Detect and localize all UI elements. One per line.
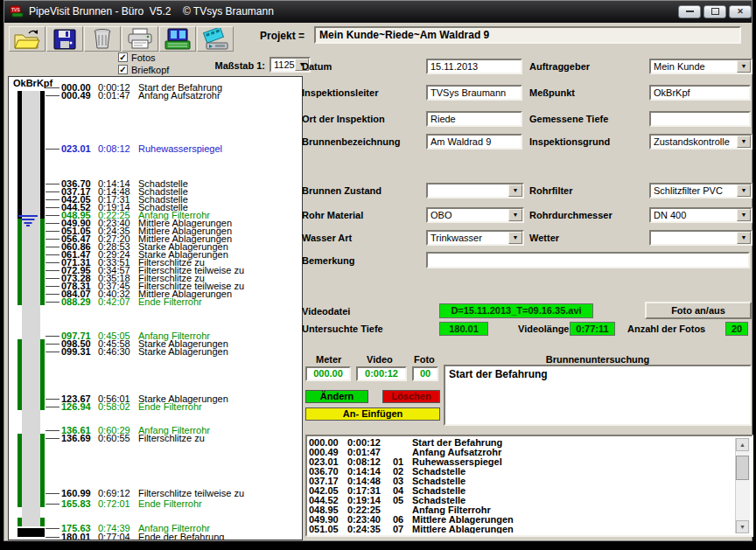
brunnenbezeichnung-input[interactable] (426, 134, 522, 150)
profile-event-row[interactable]: 160.990:69:12Filterschlitze teilweise zu (9, 490, 301, 498)
brunnenuntersuchung-textarea[interactable]: Start der Befahrung (444, 365, 752, 426)
event-depth: 136.69 (61, 435, 91, 442)
bore-wall-right (40, 91, 45, 526)
event-list-rows: 000.000:00:12Start der Befahrung000.490:… (309, 438, 736, 533)
leader-line (46, 399, 60, 400)
meter-label: Meter (316, 354, 341, 365)
minimize-button[interactable] (678, 5, 701, 18)
profile-event-row[interactable]: 165.830:72:01Ende Filterrohr (9, 500, 301, 508)
profile-event-row[interactable]: 088.290:42:07Ende Filterrohr (9, 298, 301, 306)
list-meter: 051.05 (309, 525, 347, 533)
profile-event-row[interactable]: 180.010:77:04Ende der Befahrung (9, 533, 301, 540)
scale-label: Maßstab 1: (176, 60, 265, 71)
leader-line (46, 231, 60, 232)
gemessene-tiefe-label: Gemessene Tiefe (529, 114, 608, 124)
list-foto-number (393, 438, 412, 448)
leader-line (46, 149, 60, 150)
event-time: 0:77:04 (98, 533, 130, 540)
project-field[interactable]: Mein Kunde~Riede~Am Waldrad 9 (314, 26, 741, 44)
inspektionsleiter-input[interactable] (426, 85, 522, 101)
wetter-select[interactable]: ▼ (649, 230, 752, 246)
delete-entry-button[interactable]: Löschen (382, 390, 440, 403)
profile-event-row[interactable]: 099.310:46:30Starke Ablagerungen (9, 348, 301, 356)
chevron-down-icon[interactable]: ▼ (737, 184, 751, 197)
app-icon: TVS (10, 4, 24, 18)
maximize-icon (711, 8, 719, 15)
wasser-art-select[interactable]: Trinkwasser▼ (426, 230, 524, 246)
scrollbar[interactable]: ▲ ▼ (735, 438, 750, 533)
profile-event-row[interactable]: 000.490:01:47Anfang Aufsatzrohr (9, 92, 301, 100)
leader-line (46, 493, 60, 494)
leader-line (46, 352, 60, 352)
list-item[interactable]: 051.050:24:3507Mittlere Ablagerungen (309, 525, 736, 533)
fotos-checkbox[interactable]: ✓ (118, 52, 128, 62)
scroll-down-icon[interactable]: ▼ (736, 520, 749, 533)
scroll-up-icon[interactable]: ▲ (736, 438, 749, 451)
leader-line (46, 278, 60, 279)
profile-event-row[interactable]: 023.010:08:12Ruhewasserspiegel (9, 145, 301, 153)
leader-line (46, 294, 60, 295)
videolaenge-label: Videolänge (518, 324, 569, 334)
chevron-down-icon[interactable]: ▼ (737, 209, 751, 221)
leader-line (46, 336, 60, 337)
close-button[interactable]: ✕ (729, 5, 752, 18)
selected-value: Zustandskontrolle (654, 136, 738, 147)
me-punkt-input[interactable] (649, 85, 751, 101)
save-button[interactable] (46, 26, 83, 52)
ort-der-inspektion-input[interactable] (426, 111, 522, 127)
profile-panel: OkBrKpf 000.000:00:12Start der Befahrung… (8, 76, 303, 540)
inspektionsleiter-label: Inspektionsleiter (302, 87, 378, 98)
event-time: 0:58:02 (98, 403, 130, 411)
gemessene-tiefe-input[interactable] (649, 111, 751, 127)
event-description: Ruhewasserspiegel (138, 145, 222, 153)
datum-label: Datum (302, 61, 332, 72)
chevron-down-icon[interactable]: ▼ (737, 136, 751, 148)
chevron-down-icon[interactable]: ▼ (737, 232, 751, 244)
brunnen-zustand-select[interactable]: ▼ (426, 183, 524, 198)
foto-toggle-button[interactable]: Foto an/aus (645, 302, 752, 319)
rohrdurchmesser-select[interactable]: DN 400▼ (649, 207, 752, 223)
maximize-button[interactable] (704, 5, 726, 18)
bore-wall-left (18, 91, 22, 526)
insert-button[interactable]: An- Einfügen (305, 407, 440, 421)
leader-line (46, 504, 60, 505)
event-time: 0:42:07 (98, 298, 130, 306)
datum-input[interactable] (426, 59, 522, 74)
foto-field[interactable]: 00 (412, 366, 438, 381)
video-player-button[interactable] (197, 26, 234, 52)
video-capture-button[interactable] (159, 26, 196, 52)
chevron-down-icon[interactable]: ▼ (737, 60, 751, 73)
project-label: Projekt = (260, 30, 304, 42)
chevron-down-icon[interactable]: ▼ (508, 232, 522, 244)
auftraggeber-select[interactable]: Mein Kunde▼ (649, 59, 752, 74)
change-button[interactable]: Ändern (305, 390, 368, 403)
rohrfilter-select[interactable]: Schlitzfilter PVC▼ (649, 183, 752, 198)
leader-line (46, 407, 60, 407)
bore-interior (22, 91, 40, 526)
briefkopf-checkbox[interactable]: ✓ (118, 65, 128, 74)
meter-field[interactable]: 000.00 (305, 366, 351, 381)
wetter-label: Wetter (529, 233, 559, 243)
video-col-label: Video (367, 354, 393, 365)
leader-line (46, 215, 60, 216)
video-capture-icon (164, 28, 191, 51)
inspektionsgrund-select[interactable]: Zustandskontrolle▼ (649, 134, 752, 150)
print-button[interactable] (122, 26, 158, 52)
window-title: PipeVisit Brunnen - Büro V5.2 © TVsys Br… (29, 5, 274, 17)
untersuchte-tiefe-label: Untersuchte Tiefe (302, 324, 383, 334)
delete-button[interactable] (84, 26, 121, 52)
profile-event-row[interactable]: 136.690:60:55Filterschlitze zu (9, 435, 301, 442)
rohr-material-select[interactable]: OBO▼ (426, 207, 524, 223)
event-depth: 099.31 (61, 348, 91, 356)
chevron-down-icon[interactable]: ▼ (508, 184, 522, 197)
video-field[interactable]: 0:00:12 (356, 366, 407, 381)
svg-text:TVS: TVS (11, 7, 20, 12)
profile-event-row[interactable]: 126.940:58:02Ende Filterrohr (9, 403, 301, 411)
chevron-down-icon[interactable]: ▼ (508, 209, 522, 221)
scrollbar-thumb[interactable] (736, 456, 749, 480)
list-description: Mittlere Ablagerungen (412, 525, 514, 533)
selected-value: Trinkwasser (430, 233, 510, 243)
event-listbox[interactable]: 000.000:00:12Start der Befahrung000.490:… (305, 435, 753, 537)
open-file-button[interactable] (9, 26, 46, 52)
bemerkung-input[interactable] (426, 252, 750, 268)
